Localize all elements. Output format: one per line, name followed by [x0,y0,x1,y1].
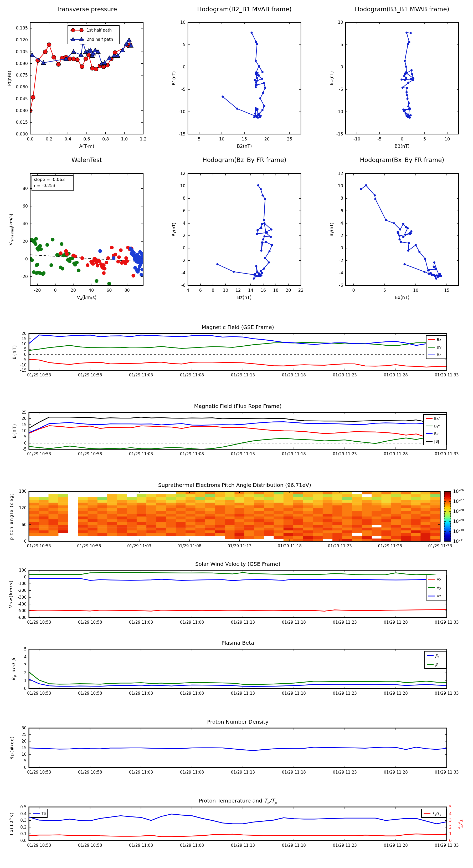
chart-title-proton-temperature: Proton Temperature and Te/Tp [199,798,277,805]
chart-pitch-angle-spectrogram [0,463,473,550]
chart-hodogram-b3-b1 [319,0,473,154]
chart-title-plasma-beta: Plasma Beta [222,640,255,646]
chart-title-pitch-angle-spectrogram: Suprathermal Electrons Pitch Angle Distr… [158,482,311,488]
chart-title-hodogram-b3-b1: Hodogram(B3_B1 MVAB frame) [355,6,449,12]
chart-hodogram-bx-by [319,154,473,306]
chart-walen-test [0,154,162,306]
chart-magnetic-field-flux-rope [0,384,473,463]
chart-title-hodogram-bx-by: Hodogram(Bx_By FR frame) [360,156,444,163]
chart-hodogram-bz-by [162,154,315,306]
chart-title-transverse-pressure: Transverse pressure [57,6,117,12]
title-math-p: p [274,800,277,805]
chart-transverse-pressure [0,0,162,154]
title-text: Proton Temperature and [199,798,264,804]
chart-title-hodogram-bz-by: Hodogram(Bz_By FR frame) [202,156,286,163]
title-math-T: T [264,798,267,804]
chart-title-walen-test: WalenTest [71,156,102,163]
chart-title-magnetic-field-gse: Magnetic Field (GSE Frame) [202,324,274,330]
chart-hodogram-b2-b1 [162,0,315,154]
chart-title-solar-wind-velocity: Solar Wind Velocity (GSE Frame) [195,561,280,567]
title-math-T2: /T [269,798,274,804]
chart-title-hodogram-b2-b1: Hodogram(B2_B1 MVAB frame) [197,6,292,12]
figure-root: Transverse pressure Hodogram(B2_B1 MVAB … [0,0,473,868]
title-math-e: e [267,800,270,805]
chart-title-magnetic-field-flux-rope: Magnetic Field (Flux Rope Frame) [194,403,282,409]
chart-magnetic-field-gse [0,306,473,384]
chart-title-proton-number-density: Proton Number Density [207,719,269,725]
